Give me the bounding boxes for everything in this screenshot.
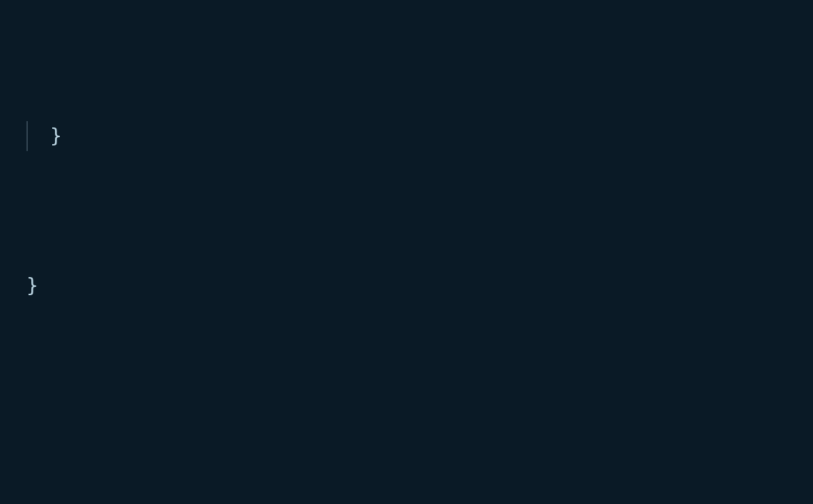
brace-close-icon: } xyxy=(50,121,62,151)
code-line-blank xyxy=(26,420,813,450)
code-editor[interactable]: } } $sweet-box-shadow: 0 6px 4px 0 rgba(… xyxy=(0,0,813,504)
code-line: } xyxy=(26,121,813,151)
code-line: } xyxy=(26,271,813,301)
brace-close-icon: } xyxy=(26,271,38,301)
